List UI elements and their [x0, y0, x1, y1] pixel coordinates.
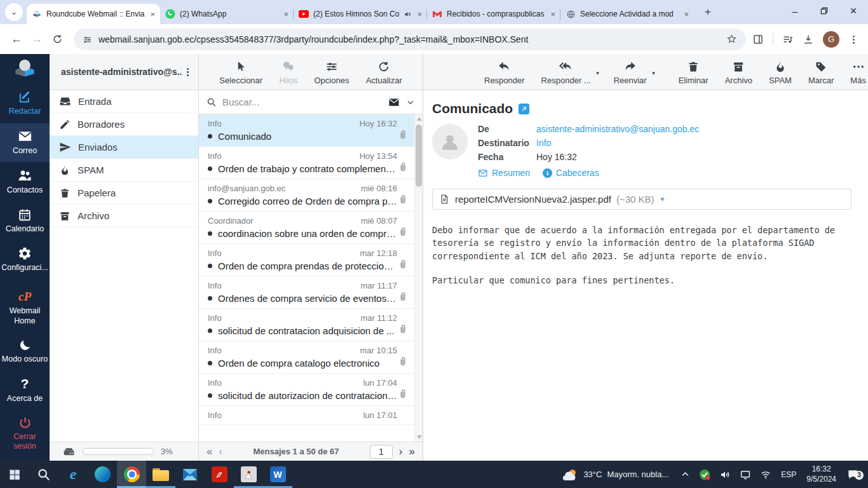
message-row[interactable]: Infomar 10:15 Orden de compra catalogo e…	[199, 341, 423, 374]
playlist-extension-icon[interactable]	[782, 33, 794, 45]
wifi-tray-icon[interactable]	[756, 469, 776, 480]
dropdown-caret-icon[interactable]: ▾	[596, 70, 599, 76]
acrobat-button[interactable]	[205, 461, 234, 488]
close-tab-icon[interactable]: ×	[417, 10, 422, 19]
archive-button[interactable]: Archivo	[725, 60, 752, 85]
address-bar[interactable]: webmail.sanjuan.gob.ec/cpsess3545848377/…	[74, 29, 746, 50]
rail-item-about[interactable]: ? Acerca de	[0, 370, 50, 410]
message-row[interactable]: Infomar 11:12 solicitud de contratacion …	[199, 309, 423, 341]
minimize-button[interactable]: –	[780, 0, 810, 22]
scroll-up-icon[interactable]	[417, 117, 422, 121]
volume-tray-icon[interactable]	[715, 469, 735, 480]
prev-page-button[interactable]: ‹	[219, 446, 222, 457]
from-address[interactable]: asistente-administrativo@sanjuan.gob.ec	[536, 124, 699, 134]
java-app-button[interactable]	[234, 461, 263, 488]
tab-roundcube[interactable]: Roundcube Webmail :: Envia ×	[27, 4, 160, 24]
antivirus-tray-icon[interactable]: !	[695, 469, 715, 480]
reply-all-button[interactable]: Responder ... ▾	[541, 60, 591, 85]
attachment-menu-caret-icon[interactable]: ▾	[661, 195, 665, 203]
message-row[interactable]: Infolun 17:04 solicitud de autorizacion …	[199, 374, 423, 406]
account-header[interactable]: asistente-administrativo@s...	[50, 54, 198, 90]
rail-item-contacts[interactable]: Contactos	[0, 162, 50, 202]
url-text[interactable]: webmail.sanjuan.gob.ec/cpsess3545848377/…	[98, 34, 726, 44]
scrollbar-thumb[interactable]	[416, 125, 422, 187]
tab-youtube[interactable]: (2) Estos Himnos Son Co ×	[294, 4, 427, 24]
refresh-button[interactable]: Actualizar	[366, 60, 402, 85]
rail-item-logout[interactable]: Cerrar sesión	[0, 410, 50, 461]
open-in-new-window-icon[interactable]	[519, 104, 529, 114]
message-row[interactable]: Infomar 11:17 Ordenes de compra servicio…	[199, 276, 423, 309]
folder-sent[interactable]: Enviados	[50, 136, 198, 159]
side-panel-icon[interactable]	[752, 33, 764, 45]
mail-app-button[interactable]	[175, 461, 205, 488]
mark-button[interactable]: Marcar	[808, 60, 834, 85]
options-button[interactable]: Opciones	[315, 60, 349, 85]
attachment-name[interactable]: reporteICMVersionNueva2.jasper.pdf	[455, 194, 611, 205]
message-row[interactable]: Coordinadormié 08:07 coordinacion sobre …	[199, 212, 423, 244]
tab-gmail[interactable]: Recibidos - compraspublicas ×	[427, 4, 560, 24]
weather-widget[interactable]: 33°C Mayorm. nubla...	[553, 468, 676, 482]
reload-button[interactable]	[47, 29, 67, 50]
headers-link[interactable]: i Cabeceras	[543, 168, 599, 178]
more-button[interactable]: Más	[850, 60, 866, 85]
internet-explorer-icon[interactable]: e	[58, 461, 88, 488]
language-indicator[interactable]: ESP	[776, 470, 801, 479]
edge-icon[interactable]	[88, 461, 117, 488]
message-row[interactable]: Infolun 17:01	[199, 406, 423, 425]
rail-item-settings[interactable]: Configuraci...	[0, 241, 50, 280]
threads-button[interactable]: Hilos	[279, 60, 297, 85]
summary-link[interactable]: Resumen	[478, 168, 530, 178]
display-tray-icon[interactable]	[735, 469, 756, 480]
rail-item-webmail-home[interactable]: cP Webmail Home	[0, 284, 50, 332]
rail-item-compose[interactable]: Redactar	[0, 84, 50, 123]
message-row[interactable]: info@sanjuan.gob.ecmié 08:16 Corregido c…	[199, 179, 423, 212]
close-tab-icon[interactable]: ×	[684, 10, 689, 19]
close-tab-icon[interactable]: ×	[283, 10, 288, 19]
select-button[interactable]: Seleccionar	[219, 60, 262, 85]
action-center-button[interactable]: 3	[841, 468, 868, 481]
next-page-button[interactable]: ›	[399, 446, 403, 457]
first-page-button[interactable]: «	[207, 446, 212, 457]
scroll-down-icon[interactable]	[417, 435, 422, 439]
spam-button[interactable]: SPAM	[769, 60, 792, 85]
close-tab-icon[interactable]: ×	[550, 10, 555, 19]
browser-menu-icon[interactable]	[848, 33, 859, 44]
restore-button[interactable]	[810, 0, 839, 22]
message-row[interactable]: Infomar 12:18 Orden de compra prendas de…	[199, 244, 423, 276]
rail-item-mail[interactable]: Correo	[0, 123, 50, 163]
reply-button[interactable]: Responder	[484, 60, 525, 85]
folder-drafts[interactable]: Borradores	[50, 113, 198, 136]
downloads-icon[interactable]	[803, 33, 814, 45]
attachment-bar[interactable]: reporteICMVersionNueva2.jasper.pdf (~30 …	[432, 189, 851, 210]
search-scope-mail-icon[interactable]	[388, 96, 400, 108]
file-explorer-button[interactable]	[146, 461, 175, 488]
tab-search-button[interactable]: ⌄	[5, 3, 23, 21]
list-scrollbar[interactable]	[414, 114, 423, 442]
tray-chevron-up-icon[interactable]	[676, 470, 695, 479]
start-button[interactable]	[0, 461, 29, 488]
page-number-input[interactable]	[370, 445, 393, 459]
message-row[interactable]: InfoHoy 13:54 Orden de trabajo y contrat…	[199, 147, 423, 179]
taskbar-search-button[interactable]	[29, 461, 58, 488]
rail-item-dark-mode[interactable]: Modo oscuro	[0, 333, 50, 371]
back-button[interactable]: ←	[6, 29, 27, 50]
tab-audio-icon[interactable]	[403, 10, 412, 18]
chrome-taskbar-button[interactable]	[117, 461, 146, 488]
last-page-button[interactable]: »	[409, 446, 415, 457]
to-address[interactable]: Info	[536, 138, 551, 148]
account-menu-icon[interactable]	[182, 66, 193, 78]
close-window-button[interactable]: ×	[839, 0, 868, 22]
site-settings-icon[interactable]	[83, 34, 92, 44]
folder-archive[interactable]: Archivo	[50, 205, 198, 227]
rail-item-calendar[interactable]: Calendario	[0, 202, 50, 241]
profile-avatar[interactable]: G	[823, 31, 839, 48]
tab-actividad[interactable]: Seleccione Actividad a mod ×	[560, 4, 694, 24]
search-options-chevron-icon[interactable]	[406, 97, 415, 108]
close-tab-icon[interactable]: ×	[150, 10, 155, 19]
folder-spam[interactable]: SPAM	[50, 159, 198, 182]
forward-button[interactable]: →	[27, 29, 47, 50]
word-button[interactable]: W	[263, 461, 292, 488]
taskbar-clock[interactable]: 16:32 9/5/2024	[801, 464, 841, 484]
tab-whatsapp[interactable]: (2) WhatsApp ×	[160, 4, 294, 24]
message-row[interactable]: InfoHoy 16:32 Comunicado	[199, 114, 423, 147]
